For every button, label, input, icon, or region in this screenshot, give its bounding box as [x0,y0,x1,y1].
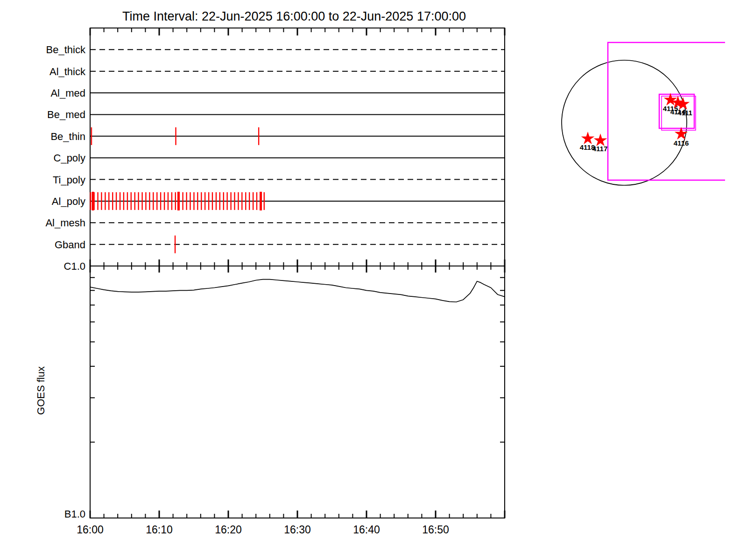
filter-row-label-Al_poly: Al_poly [52,196,85,207]
y-axis-top-label: C1.0 [64,260,85,272]
y-axis-bottom-label: B1.0 [64,508,85,520]
filter-timeline-panel: Be_thickAl_thickAl_medBe_medBe_thinC_pol… [45,28,505,273]
plot-title: Time Interval: 22-Jun-2025 16:00:00 to 2… [122,9,466,23]
solar-disk-map: 411541144111411641184117 [562,42,725,185]
filter-row-label-Al_med: Al_med [50,87,85,99]
x-tick-label-16:00: 16:00 [77,524,104,536]
filter-row-label-Be_med: Be_med [47,109,85,120]
filter-row-label-Be_thick: Be_thick [46,44,86,56]
x-tick-label-16:10: 16:10 [146,524,173,536]
xrt-goes-plot-canvas: Time Interval: 22-Jun-2025 16:00:00 to 2… [0,0,747,560]
filter-row-label-Be_thin: Be_thin [50,131,85,142]
x-tick-label-16:20: 16:20 [215,524,242,536]
active-region-label-4111: 4111 [677,109,692,117]
goes-flux-curve [90,280,505,302]
filter-row-label-Gband: Gband [55,239,85,251]
solar-limb-circle [562,60,687,185]
goes-frame [90,266,505,518]
plot-page: Time Interval: 22-Jun-2025 16:00:00 to 2… [0,0,747,560]
x-tick-label-16:50: 16:50 [422,524,449,536]
filter-row-label-Al_mesh: Al_mesh [45,217,85,229]
filter-row-label-Al_thick: Al_thick [49,66,86,77]
active-region-label-4116: 4116 [674,139,689,147]
active-region-star-4118 [581,132,595,144]
x-tick-label-16:40: 16:40 [353,524,380,536]
filter-row-label-Ti_poly: Ti_poly [53,174,85,186]
goes-flux-panel: 16:0016:1016:2016:3016:4016:50 [77,266,505,536]
y-axis-title: GOES flux [35,366,47,415]
active-region-label-4117: 4117 [592,145,608,153]
x-tick-label-16:30: 16:30 [284,524,311,536]
timeline-frame [90,28,505,266]
filter-row-label-C_poly: C_poly [54,152,85,164]
